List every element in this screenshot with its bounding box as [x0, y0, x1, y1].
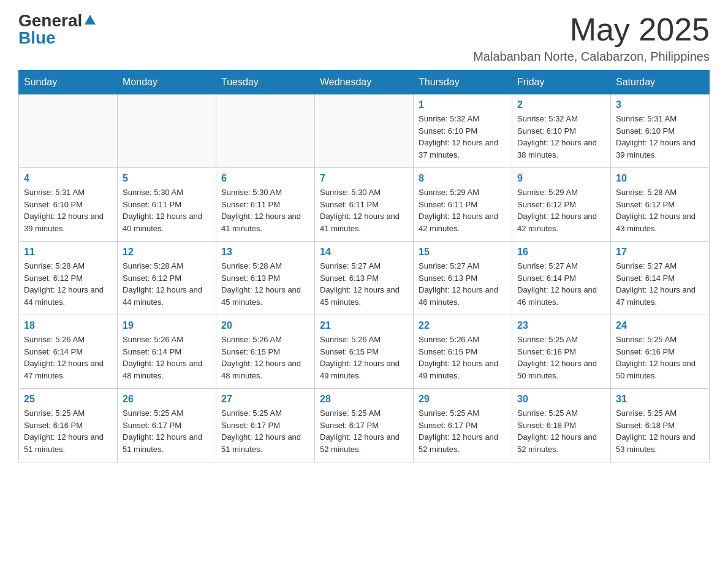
- day-number: 22: [419, 320, 507, 331]
- calendar-header-row: SundayMondayTuesdayWednesdayThursdayFrid…: [19, 71, 710, 94]
- calendar-cell: 30Sunrise: 5:25 AM Sunset: 6:18 PM Dayli…: [512, 389, 611, 462]
- day-number: 23: [517, 320, 605, 331]
- day-info: Sunrise: 5:25 AM Sunset: 6:17 PM Dayligh…: [221, 407, 309, 455]
- day-info: Sunrise: 5:32 AM Sunset: 6:10 PM Dayligh…: [419, 113, 507, 161]
- day-info: Sunrise: 5:28 AM Sunset: 6:12 PM Dayligh…: [616, 186, 704, 234]
- day-header-tuesday: Tuesday: [216, 71, 315, 94]
- calendar-cell: 21Sunrise: 5:26 AM Sunset: 6:15 PM Dayli…: [315, 315, 414, 389]
- calendar-table: SundayMondayTuesdayWednesdayThursdayFrid…: [18, 70, 710, 462]
- calendar-week-5: 25Sunrise: 5:25 AM Sunset: 6:16 PM Dayli…: [19, 389, 710, 462]
- day-number: 17: [616, 247, 704, 258]
- day-number: 10: [616, 173, 704, 184]
- day-number: 30: [517, 394, 605, 405]
- calendar-cell: 12Sunrise: 5:28 AM Sunset: 6:12 PM Dayli…: [118, 242, 216, 315]
- calendar-cell: 7Sunrise: 5:30 AM Sunset: 6:11 PM Daylig…: [315, 168, 414, 242]
- day-number: 26: [123, 394, 211, 405]
- day-number: 5: [123, 173, 211, 184]
- day-info: Sunrise: 5:25 AM Sunset: 6:17 PM Dayligh…: [320, 407, 408, 455]
- logo: General Blue: [18, 12, 97, 47]
- day-number: 9: [517, 173, 605, 184]
- day-number: 15: [419, 247, 507, 258]
- calendar-cell: [315, 94, 414, 168]
- calendar-cell: 19Sunrise: 5:26 AM Sunset: 6:14 PM Dayli…: [118, 315, 216, 389]
- calendar-cell: [118, 94, 216, 168]
- calendar-cell: 4Sunrise: 5:31 AM Sunset: 6:10 PM Daylig…: [19, 168, 118, 242]
- day-number: 6: [221, 173, 309, 184]
- day-info: Sunrise: 5:31 AM Sunset: 6:10 PM Dayligh…: [616, 113, 704, 161]
- calendar-cell: 10Sunrise: 5:28 AM Sunset: 6:12 PM Dayli…: [611, 168, 710, 242]
- day-number: 20: [221, 320, 309, 331]
- location-subtitle: Malabanban Norte, Calabarzon, Philippine…: [473, 50, 710, 64]
- day-info: Sunrise: 5:26 AM Sunset: 6:15 PM Dayligh…: [221, 334, 309, 381]
- calendar-week-2: 4Sunrise: 5:31 AM Sunset: 6:10 PM Daylig…: [19, 168, 710, 242]
- day-number: 19: [123, 320, 211, 331]
- calendar-cell: 13Sunrise: 5:28 AM Sunset: 6:13 PM Dayli…: [216, 242, 315, 315]
- calendar-cell: 9Sunrise: 5:29 AM Sunset: 6:12 PM Daylig…: [512, 168, 611, 242]
- day-info: Sunrise: 5:28 AM Sunset: 6:13 PM Dayligh…: [221, 260, 309, 308]
- calendar-cell: 28Sunrise: 5:25 AM Sunset: 6:17 PM Dayli…: [315, 389, 414, 462]
- calendar-cell: 16Sunrise: 5:27 AM Sunset: 6:14 PM Dayli…: [512, 242, 611, 315]
- day-info: Sunrise: 5:26 AM Sunset: 6:14 PM Dayligh…: [123, 334, 211, 381]
- day-info: Sunrise: 5:30 AM Sunset: 6:11 PM Dayligh…: [221, 186, 309, 234]
- calendar-cell: 23Sunrise: 5:25 AM Sunset: 6:16 PM Dayli…: [512, 315, 611, 389]
- day-header-sunday: Sunday: [19, 71, 118, 94]
- day-number: 31: [616, 394, 704, 405]
- day-info: Sunrise: 5:25 AM Sunset: 6:18 PM Dayligh…: [517, 407, 605, 455]
- logo-blue-text: Blue: [18, 29, 56, 47]
- day-info: Sunrise: 5:25 AM Sunset: 6:17 PM Dayligh…: [123, 407, 211, 455]
- day-info: Sunrise: 5:25 AM Sunset: 6:17 PM Dayligh…: [419, 407, 507, 455]
- day-info: Sunrise: 5:28 AM Sunset: 6:12 PM Dayligh…: [123, 260, 211, 308]
- day-info: Sunrise: 5:29 AM Sunset: 6:12 PM Dayligh…: [517, 186, 605, 234]
- day-number: 27: [221, 394, 309, 405]
- logo-general-text: General: [18, 12, 82, 29]
- day-number: 4: [24, 173, 112, 184]
- day-number: 13: [221, 247, 309, 258]
- calendar-cell: 26Sunrise: 5:25 AM Sunset: 6:17 PM Dayli…: [118, 389, 216, 462]
- calendar-cell: 25Sunrise: 5:25 AM Sunset: 6:16 PM Dayli…: [19, 389, 118, 462]
- day-info: Sunrise: 5:30 AM Sunset: 6:11 PM Dayligh…: [320, 186, 408, 234]
- day-number: 24: [616, 320, 704, 331]
- title-section: May 2025 Malabanban Norte, Calabarzon, P…: [473, 12, 710, 64]
- day-header-thursday: Thursday: [414, 71, 512, 94]
- day-number: 1: [419, 99, 507, 110]
- day-header-friday: Friday: [512, 71, 611, 94]
- calendar-cell: 29Sunrise: 5:25 AM Sunset: 6:17 PM Dayli…: [414, 389, 512, 462]
- calendar-cell: 14Sunrise: 5:27 AM Sunset: 6:13 PM Dayli…: [315, 242, 414, 315]
- day-info: Sunrise: 5:27 AM Sunset: 6:13 PM Dayligh…: [419, 260, 507, 308]
- day-number: 16: [517, 247, 605, 258]
- calendar-cell: 18Sunrise: 5:26 AM Sunset: 6:14 PM Dayli…: [19, 315, 118, 389]
- day-info: Sunrise: 5:31 AM Sunset: 6:10 PM Dayligh…: [24, 186, 112, 234]
- calendar-cell: 20Sunrise: 5:26 AM Sunset: 6:15 PM Dayli…: [216, 315, 315, 389]
- calendar-cell: 11Sunrise: 5:28 AM Sunset: 6:12 PM Dayli…: [19, 242, 118, 315]
- day-number: 12: [123, 247, 211, 258]
- day-header-saturday: Saturday: [611, 71, 710, 94]
- calendar-cell: [216, 94, 315, 168]
- calendar-cell: 15Sunrise: 5:27 AM Sunset: 6:13 PM Dayli…: [414, 242, 512, 315]
- day-info: Sunrise: 5:26 AM Sunset: 6:15 PM Dayligh…: [419, 334, 507, 381]
- day-info: Sunrise: 5:26 AM Sunset: 6:15 PM Dayligh…: [320, 334, 408, 381]
- day-number: 8: [419, 173, 507, 184]
- calendar-cell: 5Sunrise: 5:30 AM Sunset: 6:11 PM Daylig…: [118, 168, 216, 242]
- day-info: Sunrise: 5:30 AM Sunset: 6:11 PM Dayligh…: [123, 186, 211, 234]
- calendar-cell: 2Sunrise: 5:32 AM Sunset: 6:10 PM Daylig…: [512, 94, 611, 168]
- calendar-week-3: 11Sunrise: 5:28 AM Sunset: 6:12 PM Dayli…: [19, 242, 710, 315]
- month-year-title: May 2025: [473, 12, 710, 47]
- calendar-cell: 31Sunrise: 5:25 AM Sunset: 6:18 PM Dayli…: [611, 389, 710, 462]
- day-number: 18: [24, 320, 112, 331]
- day-info: Sunrise: 5:25 AM Sunset: 6:16 PM Dayligh…: [517, 334, 605, 381]
- day-info: Sunrise: 5:32 AM Sunset: 6:10 PM Dayligh…: [517, 113, 605, 161]
- calendar-cell: 3Sunrise: 5:31 AM Sunset: 6:10 PM Daylig…: [611, 94, 710, 168]
- day-info: Sunrise: 5:25 AM Sunset: 6:18 PM Dayligh…: [616, 407, 704, 455]
- day-info: Sunrise: 5:25 AM Sunset: 6:16 PM Dayligh…: [616, 334, 704, 381]
- day-number: 21: [320, 320, 408, 331]
- day-number: 11: [24, 247, 112, 258]
- day-info: Sunrise: 5:29 AM Sunset: 6:11 PM Dayligh…: [419, 186, 507, 234]
- day-info: Sunrise: 5:25 AM Sunset: 6:16 PM Dayligh…: [24, 407, 112, 455]
- day-number: 14: [320, 247, 408, 258]
- day-number: 2: [517, 99, 605, 110]
- calendar-cell: [19, 94, 118, 168]
- calendar-cell: 22Sunrise: 5:26 AM Sunset: 6:15 PM Dayli…: [414, 315, 512, 389]
- day-info: Sunrise: 5:27 AM Sunset: 6:13 PM Dayligh…: [320, 260, 408, 308]
- calendar-cell: 17Sunrise: 5:27 AM Sunset: 6:14 PM Dayli…: [611, 242, 710, 315]
- day-info: Sunrise: 5:28 AM Sunset: 6:12 PM Dayligh…: [24, 260, 112, 308]
